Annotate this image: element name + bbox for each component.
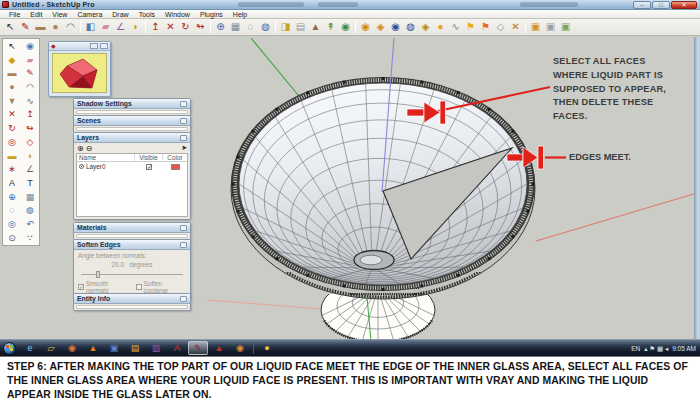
column-header-visible[interactable]: Visible (135, 154, 163, 161)
collapse-toggle[interactable] (180, 135, 187, 141)
collapse-toggle[interactable] (180, 296, 187, 302)
follow-me-tool-icon[interactable]: ↬ (23, 122, 38, 134)
eraser-tool-icon[interactable]: ▰ (98, 20, 113, 34)
start-button[interactable] (3, 342, 16, 355)
tray-icon[interactable]: ▴ (644, 345, 647, 352)
push-pull-tool-icon[interactable]: ↥ (148, 20, 163, 34)
vray-options-button-icon[interactable]: ◈ (373, 20, 388, 34)
shadows-toggle-icon[interactable]: ◨ (278, 20, 293, 34)
zoom-extents-tool-icon[interactable]: ◍ (258, 20, 273, 34)
component-box-3-icon[interactable]: ▣ (558, 20, 573, 34)
freehand-tool-icon[interactable]: ∿ (23, 95, 38, 107)
component-box-1-icon[interactable]: ▣ (528, 20, 543, 34)
minimize-button[interactable]: – (633, 1, 651, 9)
zoom-tool-icon[interactable]: ◌ (243, 20, 258, 34)
previous-view-tool-icon[interactable]: ↶ (23, 218, 38, 230)
rotate-tool-icon[interactable]: ↻ (178, 20, 193, 34)
position-camera-tool-icon[interactable]: ↟ (323, 20, 338, 34)
walk-tool-icon[interactable]: ∵ (23, 232, 38, 244)
menu-edit[interactable]: Edit (25, 11, 47, 18)
push-pull-tool-icon[interactable]: ↥ (23, 108, 38, 120)
orbit-mini-tool-icon[interactable]: ◉ (23, 40, 38, 52)
taskbar-media-player-icon[interactable]: ◉ (62, 341, 82, 355)
ruby-window-button[interactable] (100, 43, 108, 49)
vray-frame-buffer-button-icon[interactable]: ◍ (403, 20, 418, 34)
rectangle-tool-icon[interactable]: ▬ (33, 20, 48, 34)
ruby-plugin-window[interactable]: ◆ (48, 41, 111, 97)
taskbar-app-blue-icon[interactable]: ▣ (104, 341, 124, 355)
collapse-toggle[interactable] (180, 101, 187, 107)
taskbar-app-purple-icon[interactable]: ▥ (146, 341, 166, 355)
rotate-tool-icon[interactable]: ↻ (5, 122, 20, 134)
layers-header[interactable]: Layers (74, 133, 190, 143)
pan-tool-icon[interactable]: ▦ (228, 20, 243, 34)
rectangle-tool-icon[interactable]: ▬ (5, 67, 20, 79)
title-bar[interactable]: Untitled - SketchUp Pro – □ ✕ (0, 0, 700, 10)
3d-viewport[interactable]: SELECT ALL FACESWHERE LIQUID PART ISSUPP… (0, 37, 700, 339)
remove-layer-button[interactable]: ⊖ (86, 144, 93, 153)
menu-tools[interactable]: Tools (134, 11, 160, 18)
tape-measure-tool-icon[interactable]: ∠ (113, 20, 128, 34)
axes-tool-icon[interactable]: ∗ (5, 163, 20, 175)
move-tool-icon[interactable]: ✕ (5, 108, 20, 120)
menu-help[interactable]: Help (228, 11, 252, 18)
pan-tool-icon[interactable]: ▦ (23, 191, 38, 203)
collapse-toggle[interactable] (180, 242, 187, 248)
menu-draw[interactable]: Draw (107, 11, 133, 18)
add-layer-button[interactable]: ⊕ (77, 144, 84, 153)
eraser-tool-icon[interactable]: ▰ (23, 54, 38, 66)
taskbar-office-icon[interactable]: ▤ (125, 341, 145, 355)
menu-view[interactable]: View (47, 11, 72, 18)
taskbar-vlc-icon[interactable]: ▲ (83, 341, 103, 355)
angle-slider[interactable] (79, 270, 185, 278)
paint-bucket-tool-icon[interactable]: ◧ (83, 20, 98, 34)
ruby-window-button[interactable] (90, 43, 98, 49)
maximize-button[interactable]: □ (652, 1, 670, 9)
select-tool-icon[interactable]: ↖ (3, 20, 18, 34)
taskbar-firefox-icon[interactable]: ◉ (230, 341, 250, 355)
menu-window[interactable]: Window (160, 11, 195, 18)
clock[interactable]: 9:05 AM (672, 345, 696, 352)
circle-tool-icon[interactable]: ● (48, 20, 63, 34)
paint-bucket-tool-icon[interactable]: ◆ (5, 54, 20, 66)
circle-tool-icon[interactable]: ● (5, 81, 20, 93)
3d-text-tool-icon[interactable]: T (23, 177, 38, 189)
scale-tool-icon[interactable]: ◇ (23, 136, 38, 148)
language-indicator[interactable]: EN (631, 345, 640, 352)
vray-materials-button-icon[interactable]: ◉ (358, 20, 373, 34)
google-earth-button-icon[interactable]: ◉ (338, 20, 353, 34)
walk-tool-icon[interactable]: ▲ (308, 20, 323, 34)
column-header-color[interactable]: Color (163, 154, 187, 161)
column-header-name[interactable]: Name (77, 154, 135, 161)
zoom-window-tool-icon[interactable]: ◍ (23, 204, 38, 216)
move-tool-icon[interactable]: ✕ (163, 20, 178, 34)
taskbar-sketchup-icon[interactable]: ✎ (188, 341, 208, 355)
soften-coplanar-checkbox[interactable] (136, 284, 142, 290)
taskbar-acrobat-icon[interactable]: A (167, 341, 187, 355)
orbit-tool-icon[interactable]: ⊕ (5, 191, 20, 203)
scenes-header[interactable]: Scenes (74, 116, 190, 126)
entity-info-header[interactable]: Entity Info (74, 294, 190, 304)
flag-tool-1-icon[interactable]: ⚑ (463, 20, 478, 34)
materials-header[interactable]: Materials (74, 223, 190, 233)
soften-edges-header[interactable]: Soften Edges (74, 240, 190, 250)
collapse-toggle[interactable] (180, 118, 187, 124)
vray-render-button-icon[interactable]: ◉ (388, 20, 403, 34)
taskbar-app-red-icon[interactable]: ▲ (209, 341, 229, 355)
ruby-window-titlebar[interactable]: ◆ (49, 42, 110, 51)
line-tool-icon[interactable]: ✎ (23, 67, 38, 79)
arc-tool-icon[interactable]: ◠ (23, 81, 38, 93)
omni-light-button-icon[interactable]: ● (433, 20, 448, 34)
tape-measure-tool-icon[interactable]: ▬ (5, 150, 20, 162)
zoom-tool-icon[interactable]: ◌ (5, 204, 20, 216)
arc-tool-icon[interactable]: ◠ (63, 20, 78, 34)
follow-me-tool-icon[interactable]: ↬ (193, 20, 208, 34)
select-tool-icon[interactable]: ↖ (5, 40, 20, 52)
protractor-tool-icon[interactable]: ◗ (23, 150, 38, 162)
orbit-tool-icon[interactable]: ⊕ (213, 20, 228, 34)
visible-checkbox[interactable]: ✓ (146, 164, 152, 170)
layer-row[interactable]: Layer0 ✓ (77, 162, 187, 171)
sphere-light-button-icon[interactable]: ◇ (493, 20, 508, 34)
spot-light-button-icon[interactable]: ∿ (448, 20, 463, 34)
position-camera-tool-icon[interactable]: ⊙ (5, 232, 20, 244)
